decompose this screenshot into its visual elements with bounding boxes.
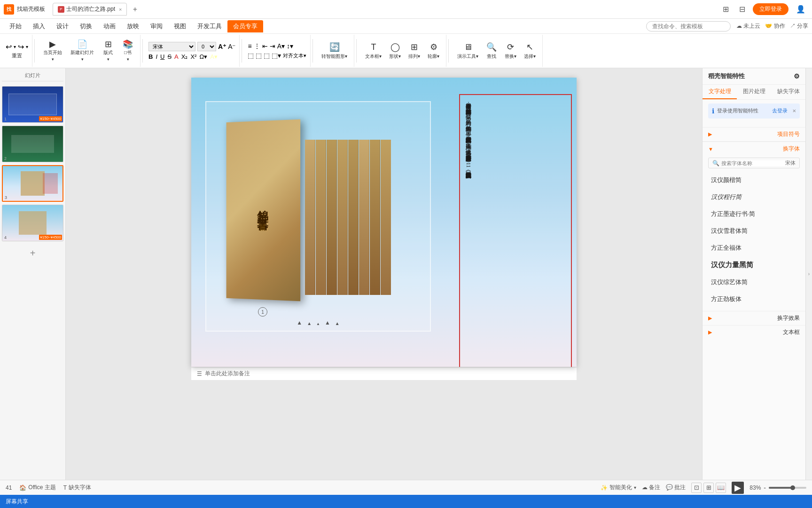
slide-canvas[interactable]: 錦屏文書 第三輯 xyxy=(191,78,577,367)
ribbon-search-input[interactable] xyxy=(646,21,731,32)
numbered-list-button[interactable]: ⋮ xyxy=(254,42,260,50)
slide-thumbnail-1[interactable]: 1 ¥150~¥4500 xyxy=(2,86,63,123)
grid-view-button[interactable]: ⊞ xyxy=(703,483,714,493)
share-button[interactable]: ↗ 分享 xyxy=(790,22,808,30)
search-button[interactable]: 🔍 查找 xyxy=(483,40,500,61)
font-item-3[interactable]: 方正墨迹行书·简 xyxy=(708,206,800,222)
tab-insert[interactable]: 插入 xyxy=(27,20,51,32)
replace-button[interactable]: ⟳ 替换▾ xyxy=(502,40,519,61)
text-box[interactable]: 日本學者唐立曾指出：《貴州苗族林業契約彙編》，第一輯13冊將約30件契約彙編，學… xyxy=(459,94,572,367)
zoom-slider-thumb[interactable] xyxy=(790,485,795,490)
login-button[interactable]: 立即登录 xyxy=(753,3,789,15)
book-button[interactable]: 📚 □书 ▾ xyxy=(119,39,136,63)
smart-shape-button[interactable]: 🔄 转智能图形▾ xyxy=(319,40,350,61)
font-search-input[interactable] xyxy=(721,160,785,166)
tab-design[interactable]: 设计 xyxy=(51,20,74,32)
underline-button[interactable]: U xyxy=(160,53,164,60)
wheel-button[interactable]: ⚙ 轮廓▾ xyxy=(425,40,442,61)
tab-home[interactable]: 开始 xyxy=(4,20,27,32)
tab-image-processing[interactable]: 图片处理 xyxy=(737,85,771,99)
strikethrough-button[interactable]: S xyxy=(167,53,172,60)
user-avatar-icon[interactable]: 👤 xyxy=(793,4,808,15)
font-size-increase-button[interactable]: A⁺ xyxy=(218,43,226,50)
add-slide-button[interactable]: + xyxy=(2,244,63,262)
tab-text-processing[interactable]: 文字处理 xyxy=(703,85,737,99)
tab-missing-font[interactable]: 缺失字体 xyxy=(771,85,805,99)
font-item-1[interactable]: 汉仪颜楷简 xyxy=(708,172,800,188)
undo-dropdown[interactable]: ▾ xyxy=(14,44,16,49)
font-item-6[interactable]: 汉仪力量黑简 xyxy=(708,257,800,273)
reset-button[interactable]: 重置 xyxy=(12,52,22,59)
redo-button[interactable]: ↪ xyxy=(18,42,24,51)
right-panel-collapse-button[interactable]: › xyxy=(805,68,812,480)
right-panel-settings-icon[interactable]: ⚙ xyxy=(794,72,800,80)
bullet-list-button[interactable]: ≡ xyxy=(248,42,251,50)
zoom-out-button[interactable]: - xyxy=(764,484,766,492)
superscript-button[interactable]: X² xyxy=(190,53,196,60)
more-font-button[interactable]: Ω▾ xyxy=(199,53,207,60)
tab-slideshow[interactable]: 放映 xyxy=(121,20,145,32)
indent-more-button[interactable]: ⇥ xyxy=(270,42,275,50)
undo-button[interactable]: ↩ xyxy=(6,42,12,51)
slides-tab[interactable]: 幻灯片 xyxy=(2,70,63,81)
redo-dropdown[interactable]: ▾ xyxy=(26,44,28,49)
arrange-button[interactable]: ⊞ 排列▾ xyxy=(406,40,423,61)
review-button[interactable]: 💬 批注 xyxy=(666,484,686,492)
italic-button[interactable]: I xyxy=(156,53,157,60)
grid-view-icon[interactable]: ⊟ xyxy=(736,4,748,15)
font-item-4[interactable]: 汉仪雪君体简 xyxy=(708,223,800,239)
tab-review[interactable]: 审阅 xyxy=(145,20,168,32)
slide-thumbnail-4[interactable]: 4 ¥150~¥4500 xyxy=(2,205,63,241)
tab-animation[interactable]: 动画 xyxy=(98,20,121,32)
tab-transition[interactable]: 切换 xyxy=(74,20,98,32)
zoom-slider[interactable] xyxy=(769,487,806,489)
collaborate-button[interactable]: 🤝 协作 xyxy=(765,22,785,30)
line-spacing-button[interactable]: ↕▾ xyxy=(287,42,293,50)
font-size-decrease-button[interactable]: A⁻ xyxy=(228,43,235,50)
goto-login-link[interactable]: 去登录 xyxy=(772,107,788,114)
notice-close-button[interactable]: × xyxy=(792,107,796,114)
align-left-button[interactable]: ⬚ xyxy=(248,52,254,59)
slide-thumbnail-3[interactable]: 3 xyxy=(2,165,63,202)
align-right-button[interactable]: ⬚ xyxy=(264,52,270,59)
align-options-button[interactable]: ⬚▾ xyxy=(272,52,281,59)
font-item-8[interactable]: 方正劲板体 xyxy=(708,291,800,307)
align-center-button[interactable]: ⬚ xyxy=(256,52,262,59)
font-item-7[interactable]: 汉仪综艺体简 xyxy=(708,274,800,290)
present-tool-button[interactable]: 🖥 演示工具▾ xyxy=(454,41,481,61)
shape-button[interactable]: ◯ 形状▾ xyxy=(386,40,404,61)
layout-button[interactable]: ⊞ 版式 ▾ xyxy=(100,39,117,63)
add-notes-label[interactable]: 单击此处添加备注 xyxy=(205,370,250,378)
highlight-button[interactable]: A▾ xyxy=(210,53,218,60)
new-slide-button[interactable]: 📄 新建幻灯片 ▾ xyxy=(68,39,97,63)
subscript-button[interactable]: X₂ xyxy=(181,53,188,60)
font-item-2[interactable]: 汉仪程行简 xyxy=(708,189,800,205)
indent-less-button[interactable]: ⇤ xyxy=(262,42,268,50)
screen-share-label[interactable]: 屏幕共享 xyxy=(6,498,28,506)
slide-thumbnail-2[interactable]: 2 xyxy=(2,126,63,162)
select-button[interactable]: ↖ 选择▾ xyxy=(521,40,539,61)
section-textbox[interactable]: ▶ 文本框 xyxy=(703,325,805,339)
section-project-symbol[interactable]: ▶ 项目符号 xyxy=(703,127,805,141)
normal-view-button[interactable]: ⊡ xyxy=(691,483,702,493)
textbox-button[interactable]: T 文本框▾ xyxy=(362,41,384,61)
more-layout-button[interactable]: 对齐文本▾ xyxy=(283,52,306,59)
missing-font-label[interactable]: T 缺失字体 xyxy=(63,484,91,492)
font-color-button[interactable]: A xyxy=(174,53,179,60)
file-tab[interactable]: P 士司的消亡之路.ppt × xyxy=(53,3,127,16)
backup-button[interactable]: ☁ 备注 xyxy=(642,484,660,492)
section-font-effects[interactable]: ▶ 换字效果 xyxy=(703,311,805,325)
font-size-select[interactable]: 0 xyxy=(197,42,216,51)
font-family-select[interactable]: 宋体 xyxy=(148,42,195,51)
bold-button[interactable]: B xyxy=(148,53,153,60)
play-button[interactable]: ▶ xyxy=(732,482,744,494)
tab-vip[interactable]: 会员专享 xyxy=(227,20,263,32)
smart-beautify-button[interactable]: ✨ 智能美化 ▾ xyxy=(601,484,636,492)
new-tab-button[interactable]: + xyxy=(129,3,141,16)
section-font-replace-header[interactable]: ▼ 换字体 xyxy=(703,142,805,156)
tab-developer[interactable]: 开发工具 xyxy=(192,20,227,32)
current-page-start-button[interactable]: ▶ 当页开始 ▾ xyxy=(40,39,65,63)
window-layout-icon[interactable]: ⊞ xyxy=(720,4,732,15)
reader-view-button[interactable]: 📖 xyxy=(716,483,726,493)
tab-close-button[interactable]: × xyxy=(119,7,122,12)
